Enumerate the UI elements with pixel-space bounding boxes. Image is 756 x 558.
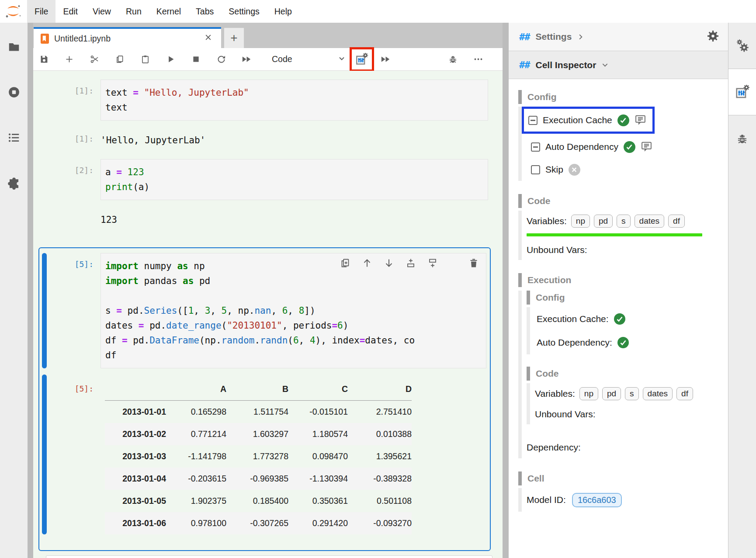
settings-gear-icon[interactable] bbox=[707, 31, 718, 43]
section-config: Config Execution CacheAuto DependencySki… bbox=[518, 90, 719, 181]
menu-view[interactable]: View bbox=[85, 0, 118, 23]
variables-label: Variables: bbox=[535, 388, 575, 399]
settings-title: Settings bbox=[536, 31, 572, 42]
df-row: 2013-01-051.9023750.1854000.3503610.5011… bbox=[105, 490, 412, 512]
unbound-vars-label: Unbound Vars: bbox=[535, 404, 719, 424]
config-row-auto-dependency: Auto Dependency bbox=[527, 135, 719, 158]
df-index: 2013-01-05 bbox=[105, 490, 166, 512]
right-tab-debugger[interactable] bbox=[728, 115, 756, 162]
sidebar-file-browser-icon[interactable] bbox=[7, 40, 21, 53]
model-id-chip[interactable]: 16c6a603 bbox=[572, 493, 622, 507]
df-index: 2013-01-03 bbox=[105, 445, 166, 468]
menu-edit[interactable]: Edit bbox=[55, 0, 85, 23]
move-up-button[interactable] bbox=[362, 258, 372, 268]
execution-cache-checkbox[interactable] bbox=[528, 116, 538, 125]
tab-untitled1-ipynb[interactable]: Untitled1.ipynb bbox=[34, 27, 221, 48]
df-row: 2013-01-020.7712141.6032971.1805740.0103… bbox=[105, 423, 412, 445]
check-circle-icon bbox=[624, 141, 635, 153]
right-tab-property-inspector[interactable] bbox=[728, 23, 756, 69]
copy-button[interactable] bbox=[112, 52, 128, 67]
chevron-right-icon bbox=[577, 34, 584, 40]
df-cell: -0.015101 bbox=[288, 401, 348, 423]
cell-type-dropdown[interactable]: Code bbox=[272, 54, 345, 64]
df-cell: 0.098470 bbox=[288, 445, 348, 468]
menu-tabs[interactable]: Tabs bbox=[188, 0, 221, 23]
sidebar-running-sessions-icon[interactable] bbox=[7, 86, 21, 99]
cell-heading: Cell bbox=[527, 473, 544, 484]
jupyter-logo-icon[interactable] bbox=[4, 3, 22, 20]
cell-collapser[interactable] bbox=[42, 253, 47, 368]
stop-button[interactable] bbox=[188, 52, 204, 67]
settings-header[interactable]: ## Settings bbox=[509, 23, 728, 51]
move-down-button[interactable] bbox=[384, 258, 394, 268]
menu-kernel[interactable]: Kernel bbox=[149, 0, 188, 23]
comment-icon[interactable] bbox=[635, 114, 646, 127]
df-index: 2013-01-01 bbox=[105, 401, 166, 423]
notebook-toolbar: Code bbox=[33, 48, 503, 71]
notebook-area[interactable]: [1]:text = "Hello, JupyterLab"text[1]:'H… bbox=[33, 71, 503, 558]
annotation-blue-box: Execution Cache bbox=[522, 107, 655, 134]
cell-output: [1]:'Hello, JupyterLab' bbox=[33, 128, 503, 148]
output-prompt bbox=[33, 207, 101, 227]
df-index: 2013-01-04 bbox=[105, 468, 166, 490]
df-cell: 1.395621 bbox=[348, 445, 412, 468]
cell-inspector-header[interactable]: ## Cell Inspector bbox=[509, 51, 728, 79]
code-editor[interactable]: import numpy as npimport pandas as pd s … bbox=[101, 253, 486, 368]
code-editor[interactable]: text = "Hello, JupyterLab"text bbox=[101, 80, 488, 121]
chevron-down-icon bbox=[338, 55, 345, 64]
menu-run[interactable]: Run bbox=[118, 0, 149, 23]
df-cell: -1.141798 bbox=[166, 445, 226, 468]
df-cell: 0.010388 bbox=[348, 423, 412, 445]
duplicate-button[interactable] bbox=[340, 258, 350, 268]
df-cell: -0.389328 bbox=[348, 468, 412, 490]
check-circle-icon bbox=[617, 114, 629, 126]
close-tab-icon[interactable] bbox=[205, 34, 214, 43]
code-editor[interactable]: a = 123print(a) bbox=[101, 159, 488, 200]
auto-dependency-checkbox[interactable] bbox=[531, 142, 540, 152]
insert-above-button[interactable] bbox=[406, 258, 416, 268]
variable-chip-dates: dates bbox=[635, 215, 664, 228]
output-collapser[interactable] bbox=[42, 374, 47, 534]
insert-below-button[interactable] bbox=[427, 258, 438, 268]
section-execution-config: Config Execution Cache:Auto Dependency: bbox=[527, 291, 719, 354]
new-tab-button[interactable]: + bbox=[224, 28, 244, 48]
save-button[interactable] bbox=[36, 52, 52, 67]
run-all-button[interactable] bbox=[239, 52, 254, 67]
execution-heading: Execution bbox=[527, 275, 571, 285]
delete-button[interactable] bbox=[468, 258, 479, 268]
run-button[interactable] bbox=[163, 52, 178, 67]
menu-bar: FileEditViewRunKernelTabsSettingsHelp bbox=[0, 0, 756, 23]
panel-splitter[interactable] bbox=[503, 23, 509, 558]
df-index: 2013-01-06 bbox=[105, 512, 166, 534]
left-sidebar-divider[interactable] bbox=[28, 23, 33, 558]
df-row: 2013-01-04-0.203615-0.969385-1.130394-0.… bbox=[105, 468, 412, 490]
add-cell-button[interactable] bbox=[61, 52, 77, 67]
menu-help[interactable]: Help bbox=[267, 0, 299, 23]
output-prompt: [1]: bbox=[33, 128, 101, 148]
restart-button[interactable] bbox=[213, 52, 229, 67]
chevron-down-icon[interactable] bbox=[602, 62, 608, 68]
section-code: Code Variables: nppdsdatesdf Unbound Var… bbox=[518, 194, 719, 260]
section-execution-code: Code Variables: nppdsdatesdf Unbound Var… bbox=[527, 367, 719, 424]
sidebar-table-of-contents-icon[interactable] bbox=[7, 131, 21, 144]
menu-file[interactable]: File bbox=[27, 0, 55, 23]
selected-cell[interactable]: [5]:import numpy as npimport pandas as p… bbox=[38, 247, 491, 551]
skip-checkbox[interactable] bbox=[531, 165, 540, 174]
cut-button[interactable] bbox=[87, 52, 102, 67]
comment-icon[interactable] bbox=[641, 141, 652, 153]
debugger-button[interactable] bbox=[445, 52, 461, 67]
df-cell: 1.511754 bbox=[226, 401, 288, 423]
sidebar-extensions-icon[interactable] bbox=[7, 177, 21, 190]
fast-forward-button[interactable] bbox=[378, 52, 393, 67]
paste-button[interactable] bbox=[137, 52, 153, 67]
more-button[interactable] bbox=[470, 52, 486, 67]
output-text: 'Hello, JupyterLab' bbox=[101, 128, 205, 148]
menu-settings[interactable]: Settings bbox=[221, 0, 267, 23]
df-column-header: A bbox=[166, 381, 226, 401]
unbound-vars-label: Unbound Vars: bbox=[527, 240, 719, 260]
exec-auto-dependency: Auto Dependency: bbox=[535, 331, 719, 354]
right-tab-cell-inspector[interactable] bbox=[728, 69, 756, 115]
cell-inspector-button[interactable] bbox=[353, 50, 371, 69]
df-cell: 0.501108 bbox=[348, 490, 412, 512]
cell-type-value: Code bbox=[272, 54, 338, 64]
